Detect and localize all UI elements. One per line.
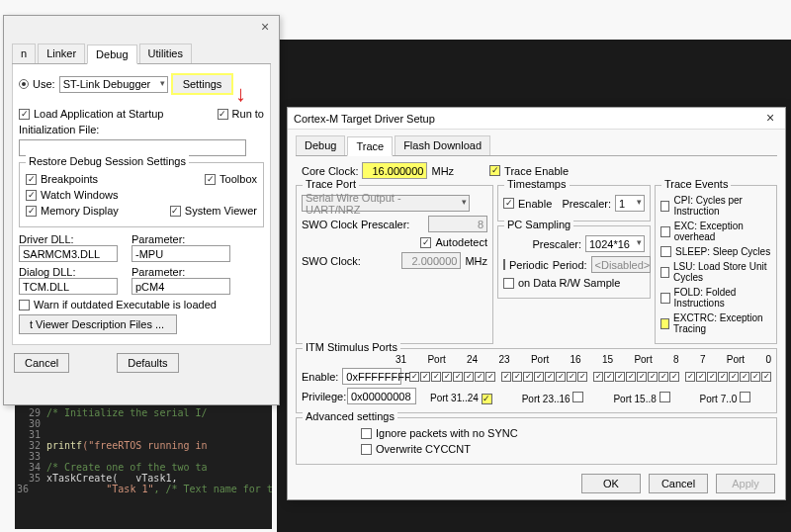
stim-bit-9[interactable] — [659, 372, 668, 382]
fold-check[interactable] — [660, 293, 670, 304]
init-file-input[interactable] — [19, 139, 246, 156]
stim-bit-4[interactable] — [718, 372, 728, 382]
cpi-check[interactable] — [660, 201, 669, 212]
stim-bit-14[interactable] — [604, 372, 614, 382]
ts-presc-label: Prescaler: — [562, 198, 611, 210]
exctrc-check[interactable] — [660, 318, 669, 329]
pg3124-check[interactable] — [482, 394, 492, 404]
stim-bit-16[interactable] — [577, 372, 587, 382]
stim-bit-21[interactable] — [523, 372, 533, 382]
stim-bit-20[interactable] — [534, 372, 544, 382]
stim-bit-1[interactable] — [750, 372, 760, 382]
close-icon[interactable]: × — [256, 19, 274, 37]
tab-linker[interactable]: Linker — [38, 44, 85, 63]
stim-bit-0[interactable] — [761, 372, 771, 382]
param1-input[interactable]: -MPU — [132, 245, 230, 262]
stim-bit-22[interactable] — [512, 372, 522, 382]
ts-enable-check[interactable] — [503, 198, 514, 209]
toolbox-check[interactable] — [205, 174, 216, 185]
h24: 24 — [467, 354, 478, 365]
trace-enable-check[interactable] — [489, 165, 500, 176]
h0: 0 — [765, 354, 771, 365]
cancel-button[interactable]: Cancel — [649, 474, 708, 493]
ok-button[interactable]: OK — [581, 474, 641, 493]
core-clock-input[interactable]: 16.000000 — [362, 162, 427, 179]
stim-bit-7[interactable] — [685, 372, 695, 382]
settings-button[interactable]: Settings — [172, 74, 233, 94]
stim-bit-25[interactable] — [475, 372, 484, 382]
memory-check[interactable] — [26, 206, 37, 217]
stim-bit-8[interactable] — [669, 372, 679, 382]
exc-check[interactable] — [660, 226, 670, 237]
stim-bit-10[interactable] — [648, 372, 658, 382]
dialog-dll-input[interactable]: TCM.DLL — [19, 278, 118, 295]
stim-bit-15[interactable] — [593, 372, 603, 382]
toolbox-label: Toolbox — [220, 173, 257, 185]
defaults-button[interactable]: Defaults — [117, 353, 178, 373]
stim-bit-31[interactable] — [409, 372, 419, 382]
tab-n[interactable]: n — [12, 44, 36, 63]
enable-input[interactable]: 0xFFFFFFFF — [342, 368, 401, 385]
pc-sampling-group: PC Sampling Prescaler:1024*16 PeriodicPe… — [497, 225, 651, 299]
pg158-check[interactable] — [659, 392, 670, 402]
tab-utilities[interactable]: Utilities — [139, 44, 192, 63]
cancel-button[interactable]: Cancel — [14, 353, 69, 373]
tab-debug[interactable]: Debug — [296, 135, 345, 155]
swo-presc-input: 8 — [428, 216, 487, 232]
tab-flash[interactable]: Flash Download — [395, 135, 490, 155]
stim-bit-24[interactable] — [485, 372, 495, 382]
param2-input[interactable]: pCM4 — [132, 278, 230, 295]
sleep-check[interactable] — [660, 246, 671, 257]
stim-bit-26[interactable] — [464, 372, 474, 382]
stim-bit-5[interactable] — [707, 372, 717, 382]
stim-bit-12[interactable] — [626, 372, 636, 382]
cyccnt-check[interactable] — [361, 444, 372, 455]
stim-bit-11[interactable] — [637, 372, 647, 382]
pg2316-check[interactable] — [572, 392, 583, 402]
watch-check[interactable] — [26, 190, 37, 201]
pc-presc-select[interactable]: 1024*16 — [585, 235, 645, 252]
stim-bit-18[interactable] — [556, 372, 566, 382]
tab-trace[interactable]: Trace — [347, 136, 393, 156]
autodetect-check[interactable] — [420, 237, 431, 248]
driver-dll-input[interactable]: SARMCM3.DLL — [19, 245, 118, 262]
periodic-check[interactable] — [503, 259, 505, 270]
close-icon[interactable]: × — [761, 110, 779, 128]
tab-debug[interactable]: Debug — [87, 44, 136, 64]
ignore-sync-check[interactable] — [361, 428, 372, 439]
breakpoints-label: Breakpoints — [41, 173, 98, 185]
core-clock-label: Core Clock: — [302, 165, 358, 177]
priv-input[interactable]: 0x00000008 — [347, 388, 416, 404]
dialog-title: Cortex-M Target Driver Setup — [294, 113, 435, 125]
h31: 31 — [396, 354, 406, 365]
pg158-label: Port 15..8 — [613, 394, 656, 404]
trace-events-group: Trace Events CPI: Cycles per Instruction… — [655, 185, 777, 344]
warn-exec-check[interactable] — [19, 300, 30, 310]
viewer-files-button[interactable]: t Viewer Description Files ... — [19, 314, 177, 334]
stim-bit-27[interactable] — [453, 372, 463, 382]
ts-presc-select[interactable]: 1 — [615, 195, 645, 212]
stim-bit-29[interactable] — [431, 372, 441, 382]
stim-bit-19[interactable] — [545, 372, 555, 382]
stim-bit-3[interactable] — [729, 372, 739, 382]
stim-bit-28[interactable] — [442, 372, 452, 382]
breakpoints-check[interactable] — [26, 174, 37, 185]
debugger-select[interactable]: ST-Link Debugger — [59, 76, 168, 93]
stim-bit-30[interactable] — [420, 372, 430, 382]
stim-bit-2[interactable] — [740, 372, 749, 382]
lsu-check[interactable] — [660, 267, 669, 278]
stim-bit-17[interactable] — [567, 372, 576, 382]
apply-button[interactable]: Apply — [716, 474, 775, 493]
memory-label: Memory Display — [41, 205, 119, 217]
on-rw-check[interactable] — [503, 278, 514, 289]
use-radio[interactable] — [19, 79, 29, 89]
stim-bit-13[interactable] — [615, 372, 625, 382]
trace-port-group: Trace Port Serial Wire Output - UART/NRZ… — [296, 185, 493, 344]
trace-port-select[interactable]: Serial Wire Output - UART/NRZ — [302, 195, 470, 212]
stim-bit-6[interactable] — [696, 372, 706, 382]
sysviewer-check[interactable] — [170, 206, 181, 217]
run-to-check[interactable] — [218, 109, 228, 120]
load-app-check[interactable] — [19, 109, 30, 120]
pg70-check[interactable] — [740, 392, 750, 402]
stim-bit-23[interactable] — [501, 372, 511, 382]
